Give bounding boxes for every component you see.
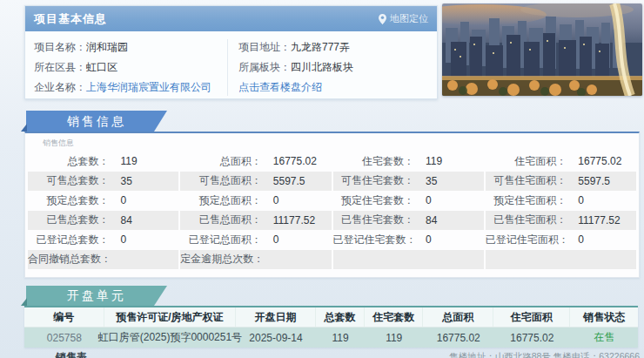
field-label: 项目名称： [34, 40, 86, 55]
sales-cell: 已售住宅面积：11177.52 [486, 211, 636, 231]
field-label: 可售总面积： [180, 173, 262, 188]
sales-office-contact-note: 售楼地址：山西北路88号 售楼电话：63226666 [449, 351, 640, 358]
table-cell: 119 [316, 328, 365, 348]
field-value: 0 [121, 194, 127, 206]
basic-info-left-column: 项目名称： 润和瑞园 所在区县： 虹口区 企业名称： 上海华润瑞宸置业有限公司 [34, 37, 227, 98]
field-value: 0 [426, 194, 432, 206]
company-link[interactable]: 上海华润瑞宸置业有限公司 [86, 80, 211, 95]
sales-cell: 可售住宅面积：5597.5 [486, 172, 636, 192]
sales-info-panel: 销售信息 总套数：119总面积：16775.02住宅套数：119住宅面积：167… [24, 132, 640, 278]
field-value: 84 [426, 214, 437, 226]
field-label: 合同撤销总套数： [28, 252, 110, 267]
sales-row: 总套数：119总面积：16775.02住宅套数：119住宅面积：16775.02 [27, 152, 637, 172]
cityscape-image [442, 3, 642, 96]
sales-cell: 总套数：119 [28, 152, 178, 172]
sales-cell: 住宅套数：119 [333, 152, 484, 172]
map-locate-link[interactable]: 地图定位 [379, 12, 428, 25]
sales-cell: 可售住宅套数：35 [333, 172, 484, 192]
field-label: 可售住宅面积： [486, 173, 567, 188]
sales-sheet-section-label[interactable]: 销售表 [56, 350, 87, 358]
table-cell: 119 [365, 328, 423, 348]
sales-cell: 住宅面积：16775.02 [486, 152, 636, 172]
column-header: 总面积 [423, 307, 493, 327]
column-header: 销售状态 [570, 307, 638, 327]
tab-opening-unit[interactable]: 开盘单元 [26, 286, 167, 306]
table-cell: 16775.02 [423, 328, 493, 348]
field-value: 5597.5 [578, 175, 610, 187]
field-project-name: 项目名称： 润和瑞园 [34, 37, 227, 57]
field-label: 已登记住宅套数： [333, 233, 415, 247]
basic-info-right-column: 项目地址： 九龙路777弄 所属板块： 四川北路板块 点击查看楼盘介绍 [228, 37, 353, 98]
property-intro-link[interactable]: 点击查看楼盘介绍 [238, 80, 322, 95]
sales-row: 已登记总套数：0已登记总面积：0已登记住宅套数：0已登记住宅面积：0 [27, 230, 637, 250]
field-value: 四川北路板块 [291, 60, 353, 75]
map-locate-label: 地图定位 [390, 12, 428, 25]
field-value: 虹口区 [86, 60, 117, 75]
sales-row: 合同撤销总套数：定金逾期总次数： [27, 250, 637, 270]
field-label: 已售总套数： [28, 213, 110, 227]
field-value: 0 [121, 233, 127, 246]
field-value: 35 [426, 175, 437, 187]
table-cell: 2025-09-14 [236, 328, 316, 348]
field-intro-link: 点击查看楼盘介绍 [238, 78, 353, 98]
panel-title: 项目基本信息 [34, 11, 107, 27]
field-label: 预定住宅套数： [333, 193, 415, 208]
sales-cell: 定金逾期总次数： [180, 250, 331, 270]
sales-row: 可售总套数：35可售总面积：5597.5可售住宅套数：35可售住宅面积：5597… [27, 172, 637, 192]
page: 项目基本信息 地图定位 项目名称： 润和瑞园 所在区县： 虹口区 [0, 0, 644, 358]
field-block: 所属板块： 四川北路板块 [238, 57, 353, 78]
location-pin-icon [379, 14, 386, 24]
field-label: 可售总套数： [28, 173, 110, 188]
field-value: 润和瑞园 [86, 40, 128, 55]
sales-cell: 可售总套数：35 [28, 172, 178, 192]
field-district: 所在区县： 虹口区 [34, 57, 227, 78]
sales-cell: 已登记总面积：0 [180, 230, 331, 250]
field-value: 11177.52 [578, 214, 620, 226]
sales-row: 已售总套数：84已售总面积：11177.52已售住宅套数：84已售住宅面积：11… [27, 211, 637, 231]
field-label: 已售住宅套数： [333, 213, 415, 227]
table-header-row: 编号预售许可证/房地产权证开盘日期总套数住宅套数总面积住宅面积销售状态 [24, 307, 638, 328]
table-row[interactable]: 025758虹口房管(2025)预字0000251号2025-09-141191… [24, 328, 638, 348]
sales-cell: 已登记住宅套数：0 [333, 230, 484, 250]
field-label: 已登记住宅面积： [486, 233, 567, 247]
sales-cell: 预定住宅套数：0 [333, 191, 484, 211]
sales-info-sublabel: 销售信息 [25, 133, 639, 152]
field-company: 企业名称： 上海华润瑞宸置业有限公司 [34, 78, 227, 98]
sales-cell: 合同撤销总套数： [28, 250, 178, 270]
field-value: 119 [426, 155, 442, 167]
field-value: 九龙路777弄 [291, 40, 350, 55]
field-label: 可售住宅套数： [333, 173, 415, 188]
field-label: 企业名称： [34, 80, 86, 95]
field-value: 0 [273, 194, 279, 206]
project-photo [442, 3, 642, 96]
status-badge: 在售 [570, 328, 638, 348]
sales-cell: 预定总面积：0 [180, 191, 331, 211]
table-cell: 025758 [24, 328, 104, 348]
field-label: 住宅面积： [486, 154, 567, 169]
column-header: 预售许可证/房地产权证 [104, 307, 237, 327]
tab-sales-info[interactable]: 销售信息 [26, 111, 167, 132]
basic-info-panel: 项目基本信息 地图定位 项目名称： 润和瑞园 所在区县： 虹口区 [24, 5, 438, 99]
field-value: 11177.52 [273, 214, 315, 226]
field-label: 已登记总套数： [28, 233, 110, 247]
field-label: 总套数： [28, 154, 110, 169]
field-value: 16775.02 [578, 155, 621, 167]
field-value: 0 [578, 233, 584, 246]
field-value: 5597.5 [273, 175, 305, 187]
field-label: 所属板块： [238, 60, 291, 75]
column-header: 编号 [24, 307, 104, 327]
sales-cell: 已售住宅套数：84 [333, 211, 484, 231]
sales-cell: 可售总面积：5597.5 [180, 172, 331, 192]
table-body: 025758虹口房管(2025)预字0000251号2025-09-141191… [24, 328, 638, 348]
field-label: 已登记总面积： [180, 233, 262, 247]
column-header: 住宅套数 [365, 307, 423, 327]
sales-cell: 已登记总套数：0 [28, 230, 178, 250]
sales-cell: 已登记住宅面积：0 [486, 230, 636, 250]
field-value: 0 [426, 233, 432, 246]
sales-cell: 预定住宅面积：0 [486, 191, 636, 211]
sales-cell: 预定总套数：0 [28, 191, 178, 211]
field-label: 总面积： [180, 154, 262, 169]
field-label: 定金逾期总次数： [180, 252, 262, 267]
field-label: 预定总套数： [28, 193, 110, 208]
field-value: 119 [121, 155, 138, 167]
